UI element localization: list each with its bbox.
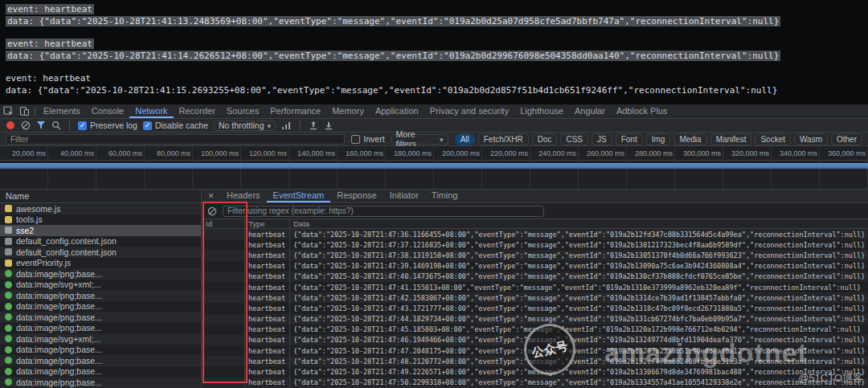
request-row[interactable]: data:image/png;base... xyxy=(0,377,201,388)
disable-cache-checkbox[interactable]: Disable cache xyxy=(143,120,208,130)
request-row[interactable]: data:image/svg+xml;... xyxy=(0,333,201,345)
request-row[interactable]: data:image/png;base... xyxy=(0,312,201,323)
request-type-chip[interactable]: Socket xyxy=(755,133,791,145)
event-row[interactable]: heartbeat {"data":"2025-10-28T21:47:37.1… xyxy=(202,239,868,250)
throttling-select[interactable]: No throttling xyxy=(214,120,276,131)
request-type-chip[interactable]: Img xyxy=(646,133,671,145)
device-toolbar-icon[interactable] xyxy=(16,104,32,118)
event-data-cell: {"data":"2025-10-28T21:47:42.1583067+08:… xyxy=(290,292,868,303)
event-row[interactable]: heartbeat {"data":"2025-10-28T21:47:41.1… xyxy=(202,282,868,292)
devtools-panel-tab[interactable]: Adblock Plus xyxy=(611,104,674,118)
request-type-chip[interactable]: JS xyxy=(592,133,612,145)
filter-icon[interactable] xyxy=(36,120,46,130)
event-id-cell xyxy=(202,282,245,292)
detail-tabbar: × Headers EventStream Response Initiator… xyxy=(202,190,868,203)
request-type-chip[interactable]: Font xyxy=(616,133,643,145)
request-row[interactable]: data:image/png;base... xyxy=(0,366,201,378)
devtools-panel-tab[interactable]: Lighthouse xyxy=(514,104,569,118)
request-type-chip[interactable]: CSS xyxy=(560,133,588,145)
sse-output-text: data: {"data":"2025-10-28T21:41:15.26932… xyxy=(6,85,777,96)
event-row[interactable]: heartbeat {"data":"2025-10-28T21:47:36.1… xyxy=(202,229,868,239)
timeline-ruler[interactable]: 20,000 ms 40,000 ms 60,000 ms 80,000 ms … xyxy=(0,146,868,161)
column-header-id[interactable]: Id xyxy=(202,219,245,228)
devtools-panel-tab[interactable]: Network xyxy=(129,104,173,118)
request-row[interactable]: awesome.js xyxy=(0,203,201,214)
event-row[interactable]: heartbeat {"data":"2025-10-28T21:47:50.2… xyxy=(202,378,868,388)
timeline-tick-label: 60,000 ms xyxy=(96,146,145,160)
request-type-chip[interactable]: Fetch/XHR xyxy=(478,133,529,145)
export-har-icon[interactable] xyxy=(309,120,318,130)
request-row[interactable]: eventPriority.js xyxy=(0,258,201,269)
detail-tab[interactable]: Initiator xyxy=(383,190,425,202)
request-row[interactable]: data:image/png;base... xyxy=(0,290,201,301)
detail-tab[interactable]: Response xyxy=(330,190,383,202)
request-row[interactable]: tools.js xyxy=(0,214,201,226)
devtools-panel-tab[interactable]: Application xyxy=(370,104,424,118)
devtools-panel-tab[interactable]: Sources xyxy=(221,104,264,118)
devtools-panel-tab[interactable]: Angular xyxy=(569,104,611,118)
eventstream-filter-input[interactable] xyxy=(223,206,544,217)
devtools-panel-tab[interactable]: Privacy and security xyxy=(424,104,514,118)
timeline-tick-label: 160,000 ms xyxy=(338,146,386,160)
preserve-log-checkbox[interactable]: Preserve log xyxy=(78,120,137,130)
event-data-cell: {"data":"2025-10-28T21:47:38.1319158+08:… xyxy=(290,250,868,260)
request-name: data:image/png;base... xyxy=(16,345,102,354)
search-icon[interactable] xyxy=(51,120,61,130)
devtools-panel-tab[interactable]: Elements xyxy=(38,104,86,118)
event-row[interactable]: heartbeat {"data":"2025-10-28T21:47:42.1… xyxy=(202,292,868,303)
block-icon[interactable] xyxy=(207,206,217,216)
event-type-cell: heartbeat xyxy=(245,335,290,345)
devtools-panel-tab[interactable]: Memory xyxy=(326,104,370,118)
import-har-icon[interactable] xyxy=(324,120,334,130)
devtools-panel-tab[interactable]: Performance xyxy=(264,104,326,118)
event-row[interactable]: heartbeat {"data":"2025-10-28T21:47:39.1… xyxy=(202,261,868,272)
devtools-panel-tab[interactable]: Console xyxy=(86,104,129,118)
event-row[interactable]: heartbeat {"data":"2025-10-28T21:47:38.1… xyxy=(202,250,868,260)
event-type-cell: heartbeat xyxy=(245,378,290,388)
invert-checkbox[interactable]: Invert xyxy=(351,134,384,144)
detail-tab[interactable]: EventStream xyxy=(267,190,331,202)
close-icon[interactable]: × xyxy=(202,190,220,202)
request-name: data:image/png;base... xyxy=(16,269,102,279)
request-row[interactable]: data:image/png;base... xyxy=(0,301,201,312)
eventstream-toolbar xyxy=(202,203,868,219)
sse-output-text: event: heartbeat xyxy=(6,39,94,49)
name-column-header[interactable]: Name xyxy=(0,190,201,203)
timeline-overview-band[interactable] xyxy=(0,161,868,190)
file-type-icon xyxy=(5,303,12,310)
request-row[interactable]: sse2 xyxy=(0,225,201,236)
column-header-type[interactable]: Type xyxy=(245,219,290,228)
network-conditions-icon[interactable] xyxy=(281,120,292,130)
event-row[interactable]: heartbeat {"data":"2025-10-28T21:47:43.1… xyxy=(202,303,868,313)
request-type-chip[interactable]: Other xyxy=(831,133,862,145)
event-id-cell xyxy=(202,378,245,388)
request-type-chip[interactable]: Manifest xyxy=(710,133,752,145)
request-row[interactable]: data:image/svg+xml;... xyxy=(0,280,201,291)
request-type-chip[interactable]: Doc xyxy=(532,133,558,145)
request-row[interactable]: data:image/png;base... xyxy=(0,345,201,356)
request-type-chip[interactable]: All xyxy=(455,133,475,145)
detail-tab[interactable]: Timing xyxy=(425,190,465,202)
request-row[interactable]: data:image/png;base... xyxy=(0,355,201,366)
event-row[interactable]: heartbeat {"data":"2025-10-28T21:47:40.1… xyxy=(202,272,868,282)
request-row[interactable]: default_config.content.json xyxy=(0,247,201,258)
event-data-cell: {"data":"2025-10-28T21:47:44.1829734+08:… xyxy=(290,314,868,325)
request-type-chip[interactable]: Wasm xyxy=(794,133,828,145)
event-row[interactable]: heartbeat {"data":"2025-10-28T21:47:44.1… xyxy=(202,314,868,325)
request-row[interactable]: default_config.content.json xyxy=(0,236,201,247)
record-icon[interactable] xyxy=(6,120,15,130)
request-name: data:image/png;base... xyxy=(16,323,102,333)
more-filters-button[interactable]: More filters xyxy=(391,134,448,145)
column-header-data[interactable]: Data xyxy=(290,219,868,228)
sse-output-text: event: heartbeat xyxy=(6,73,91,84)
network-filter-input[interactable] xyxy=(6,134,345,145)
request-type-chip[interactable]: Media xyxy=(674,133,706,145)
devtools-panel-tab[interactable]: Recorder xyxy=(174,104,221,118)
sse-output-text: event: heartbeat xyxy=(6,4,94,14)
request-row[interactable]: data:image/png;base... xyxy=(0,323,201,334)
clear-icon[interactable] xyxy=(21,120,31,130)
inspect-icon[interactable] xyxy=(0,104,16,118)
request-row[interactable]: data:image/png;base... xyxy=(0,268,201,280)
request-name: data:image/png;base... xyxy=(16,301,102,311)
detail-tab[interactable]: Headers xyxy=(220,190,267,202)
